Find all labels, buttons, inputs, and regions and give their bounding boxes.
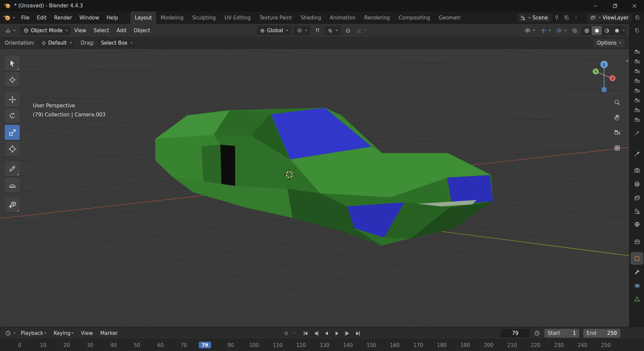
properties-tab-object-data[interactable] bbox=[631, 293, 643, 305]
pivot-point-dropdown[interactable] bbox=[294, 26, 310, 35]
options-dropdown[interactable]: Options bbox=[594, 39, 625, 47]
menu-render[interactable]: Render bbox=[50, 11, 75, 24]
tool-transform-button[interactable] bbox=[5, 141, 20, 156]
jump-to-start-button[interactable] bbox=[301, 329, 310, 338]
outliner-item-camera-5[interactable] bbox=[630, 96, 644, 105]
workspace-tab-layout[interactable]: Layout bbox=[130, 11, 156, 24]
unlink-scene-button[interactable] bbox=[572, 13, 580, 22]
end-frame-field[interactable]: End 250 bbox=[583, 329, 620, 338]
tool-annotate-button[interactable] bbox=[5, 161, 20, 176]
outliner-editor-icon[interactable] bbox=[630, 28, 644, 33]
workspace-tab-geometry-nodes[interactable]: Geometry Nodes bbox=[434, 11, 461, 24]
outliner-item-camera-0[interactable] bbox=[630, 47, 644, 57]
workspace-tab-sculpting[interactable]: Sculpting bbox=[188, 11, 220, 24]
new-view-layer-button[interactable] bbox=[633, 13, 641, 22]
workspace-tab-shading[interactable]: Shading bbox=[296, 11, 325, 24]
preview-range-toggle[interactable] bbox=[532, 329, 542, 338]
zoom-button[interactable] bbox=[613, 98, 622, 107]
menu-help[interactable]: Help bbox=[103, 11, 122, 24]
new-scene-button[interactable] bbox=[562, 13, 571, 22]
workspace-tab-animation[interactable]: Animation bbox=[325, 11, 360, 24]
editor-type-button[interactable] bbox=[3, 26, 17, 35]
window-titlebar[interactable]: * (Unsaved) - Blender 4.4.3 bbox=[0, 0, 644, 11]
scene-selector[interactable]: Scene bbox=[517, 13, 551, 22]
outliner-item-camera-7[interactable] bbox=[630, 115, 644, 125]
outliner-item-camera-6[interactable] bbox=[630, 105, 644, 115]
auto-keying-toggle[interactable] bbox=[282, 329, 291, 338]
workspace-tab-modeling[interactable]: Modeling bbox=[156, 11, 188, 24]
sidebar-expand-arrow[interactable]: ‹ bbox=[626, 57, 629, 64]
drag-mode-dropdown[interactable]: Select Box bbox=[98, 39, 136, 47]
menu-view[interactable]: View bbox=[71, 28, 90, 34]
view-layer-selector[interactable]: ViewLayer bbox=[587, 13, 632, 22]
menu-keying[interactable]: Keying bbox=[50, 330, 77, 336]
workspace-tab-compositing[interactable]: Compositing bbox=[394, 11, 434, 24]
menu-object[interactable]: Object bbox=[130, 28, 154, 34]
properties-tab-view-layer[interactable] bbox=[631, 192, 643, 204]
start-frame-field[interactable]: Start 1 bbox=[544, 329, 579, 338]
properties-tab-collection[interactable] bbox=[631, 235, 643, 248]
menu-file[interactable]: File bbox=[17, 11, 33, 24]
menu-add[interactable]: Add bbox=[113, 28, 130, 34]
tool-measure-button[interactable] bbox=[5, 178, 20, 193]
shading-material-button[interactable] bbox=[602, 26, 612, 35]
current-frame-field[interactable]: 79 bbox=[501, 329, 530, 338]
workspace-tab-uv-editing[interactable]: UV Editing bbox=[220, 11, 255, 24]
outliner-item-camera-2[interactable] bbox=[630, 66, 644, 76]
car-object[interactable] bbox=[155, 108, 493, 246]
camera-view-button[interactable] bbox=[613, 128, 622, 137]
timeline-ruler[interactable]: 79 0102030405060709010011012013014015016… bbox=[0, 339, 644, 351]
xray-toggle[interactable] bbox=[570, 26, 579, 35]
blender-menu-button[interactable] bbox=[0, 11, 17, 24]
menu-select[interactable]: Select bbox=[90, 28, 113, 34]
properties-tab-scene[interactable] bbox=[631, 205, 643, 217]
mode-selector[interactable]: Object Mode bbox=[20, 26, 71, 35]
show-overlays-dropdown[interactable] bbox=[554, 26, 568, 35]
minimize-button[interactable] bbox=[586, 0, 605, 11]
menu-marker[interactable]: Marker bbox=[97, 330, 121, 336]
gizmo-axis-z-negative[interactable] bbox=[601, 87, 607, 92]
maximize-button[interactable] bbox=[605, 0, 625, 11]
pan-button[interactable] bbox=[613, 113, 622, 122]
snap-settings-dropdown[interactable] bbox=[325, 26, 341, 35]
viewport-canvas[interactable] bbox=[0, 49, 629, 327]
properties-tab-physics[interactable] bbox=[631, 279, 643, 292]
next-keyframe-button[interactable] bbox=[343, 329, 352, 338]
previous-keyframe-button[interactable] bbox=[312, 329, 321, 338]
tool-cursor-button[interactable] bbox=[5, 72, 20, 87]
tool-select-box-button[interactable] bbox=[5, 56, 20, 71]
close-button[interactable] bbox=[625, 0, 644, 11]
play-reverse-button[interactable] bbox=[322, 329, 331, 338]
play-button[interactable] bbox=[332, 329, 341, 338]
workspace-tab-texture-paint[interactable]: Texture Paint bbox=[255, 11, 296, 24]
outliner-item-camera-1[interactable] bbox=[630, 57, 644, 66]
properties-tab-render[interactable] bbox=[631, 164, 643, 177]
menu-timeline-view[interactable]: View bbox=[77, 330, 97, 336]
workspace-tab-rendering[interactable]: Rendering bbox=[360, 11, 394, 24]
ortho-toggle-button[interactable] bbox=[613, 144, 622, 152]
menu-window[interactable]: Window bbox=[76, 11, 103, 24]
properties-editor-icon[interactable] bbox=[630, 131, 644, 136]
shading-rendered-button[interactable] bbox=[612, 26, 622, 35]
falloff-dropdown[interactable] bbox=[355, 26, 368, 35]
show-gizmos-dropdown[interactable] bbox=[539, 26, 552, 35]
timeline-editor-button[interactable] bbox=[3, 329, 17, 338]
shading-solid-button[interactable] bbox=[592, 26, 602, 35]
tool-add-cube-button[interactable] bbox=[5, 197, 20, 212]
properties-tab-object[interactable] bbox=[631, 252, 643, 265]
jump-to-end-button[interactable] bbox=[353, 329, 362, 338]
current-frame-marker[interactable]: 79 bbox=[199, 342, 211, 348]
tool-orientation-dropdown[interactable]: Default bbox=[38, 39, 75, 47]
tool-scale-button[interactable] bbox=[5, 125, 20, 140]
properties-tab-tool[interactable] bbox=[631, 147, 643, 160]
object-visibility-dropdown[interactable] bbox=[523, 26, 537, 35]
tool-rotate-button[interactable] bbox=[5, 108, 20, 123]
orientation-dropdown[interactable]: Global bbox=[257, 26, 291, 35]
properties-tab-world[interactable] bbox=[631, 218, 643, 231]
tool-move-button[interactable] bbox=[5, 92, 20, 107]
snap-toggle[interactable] bbox=[313, 26, 322, 35]
menu-edit[interactable]: Edit bbox=[33, 11, 50, 24]
menu-playback[interactable]: Playback bbox=[17, 330, 50, 336]
shading-wireframe-button[interactable] bbox=[582, 26, 592, 35]
outliner-item-camera-4[interactable] bbox=[630, 86, 644, 96]
